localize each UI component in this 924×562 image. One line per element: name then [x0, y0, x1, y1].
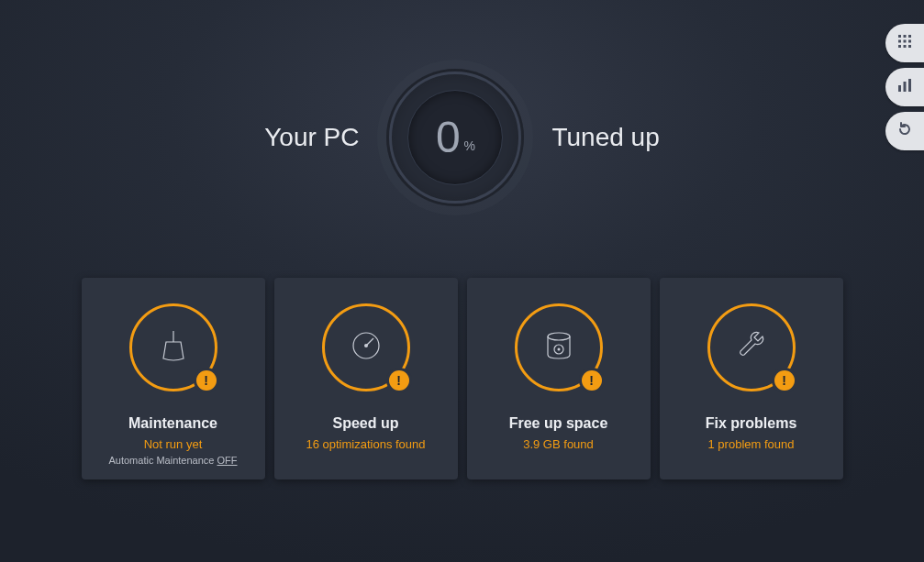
svg-rect-4 — [904, 40, 907, 43]
speedup-card[interactable]: ! Speed up 16 optimizations found — [274, 278, 458, 479]
maintenance-sub-prefix: Automatic Maintenance — [108, 455, 217, 466]
speedup-title: Speed up — [332, 415, 398, 432]
maintenance-status: Not run yet — [144, 437, 203, 451]
fix-status: 1 problem found — [708, 437, 795, 451]
fix-title: Fix problems — [706, 415, 797, 432]
svg-point-14 — [548, 333, 570, 340]
tuneup-gauge: 0 % — [386, 69, 524, 206]
svg-rect-0 — [898, 35, 901, 38]
gauge-unit: % — [464, 138, 475, 153]
freeup-title: Free up space — [509, 415, 608, 432]
svg-point-13 — [364, 344, 368, 347]
fix-card[interactable]: ! Fix problems 1 problem found — [660, 278, 843, 479]
svg-point-16 — [557, 348, 560, 351]
disk-icon — [539, 325, 579, 369]
fix-circle: ! — [707, 303, 796, 391]
grid-icon — [897, 34, 912, 52]
warning-badge-icon: ! — [389, 370, 409, 391]
header-left-label: Your PC — [264, 123, 359, 152]
svg-rect-7 — [904, 45, 907, 48]
maintenance-card[interactable]: ! Maintenance Not run yet Automatic Main… — [82, 278, 265, 479]
header-right-label: Tuned up — [551, 123, 659, 152]
maintenance-title: Maintenance — [128, 415, 217, 432]
warning-badge-icon: ! — [196, 370, 217, 391]
broom-icon — [153, 325, 194, 369]
gauge-value: 0 — [436, 116, 461, 160]
maintenance-toggle-link[interactable]: OFF — [217, 455, 238, 466]
speedup-circle: ! — [322, 303, 410, 391]
freeup-status: 3.9 GB found — [523, 437, 594, 451]
freeup-card[interactable]: ! Free up space 3.9 GB found — [467, 278, 651, 479]
category-cards: ! Maintenance Not run yet Automatic Main… — [0, 278, 924, 479]
svg-rect-1 — [904, 35, 907, 38]
warning-badge-icon: ! — [582, 370, 602, 391]
maintenance-circle: ! — [129, 303, 217, 391]
gauge-readout: 0 % — [407, 90, 503, 185]
speedometer-icon — [346, 325, 386, 369]
svg-rect-3 — [898, 40, 901, 43]
svg-rect-2 — [908, 35, 911, 38]
apps-button[interactable] — [885, 24, 924, 62]
freeup-circle: ! — [515, 303, 603, 391]
svg-rect-5 — [908, 40, 911, 43]
speedup-status: 16 optimizations found — [306, 437, 425, 451]
tuneup-status-header: Your PC 0 % Tuned up — [0, 69, 924, 206]
maintenance-subtext: Automatic Maintenance OFF — [108, 455, 237, 466]
svg-rect-6 — [898, 45, 901, 48]
warning-badge-icon: ! — [774, 370, 795, 391]
svg-rect-8 — [908, 45, 911, 48]
wrench-icon — [731, 325, 772, 369]
